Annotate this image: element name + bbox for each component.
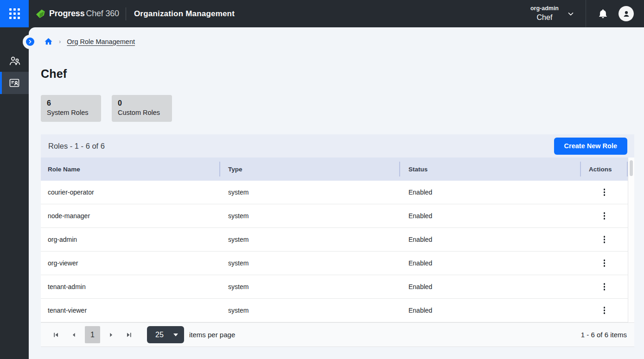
- brand-name-bold: Progress: [49, 9, 84, 19]
- app-title: Organization Management: [134, 9, 235, 19]
- pagination-range-label: 1 - 6 of 6 items: [581, 331, 627, 339]
- items-per-page-label: items per page: [189, 331, 235, 339]
- cell-type: system: [220, 181, 400, 204]
- bell-icon: [598, 8, 608, 19]
- row-actions-kebab-icon[interactable]: [600, 304, 609, 317]
- select-caret-icon: [173, 334, 178, 336]
- table-row: tenant-viewer system Enabled: [41, 299, 628, 322]
- cell-role-name: node-manager: [41, 204, 220, 227]
- header-divider: [126, 7, 126, 20]
- table-row: org-viewer system Enabled: [41, 252, 628, 275]
- users-icon: [8, 55, 21, 67]
- table-row: node-manager system Enabled: [41, 204, 628, 228]
- cell-status: Enabled: [400, 228, 581, 251]
- breadcrumb: › Org Role Management: [44, 37, 135, 46]
- chevron-right-icon: [28, 39, 32, 44]
- chevron-down-icon: [567, 10, 574, 18]
- previous-page-button[interactable]: [68, 329, 79, 340]
- next-page-button[interactable]: [106, 329, 117, 340]
- cell-type: system: [220, 228, 400, 251]
- stat-card-system-roles[interactable]: 6 System Roles: [41, 95, 101, 122]
- header-right-cluster: org-admin Chef: [530, 0, 644, 27]
- org-switcher-texts: org-admin Chef: [530, 5, 559, 22]
- person-icon: [622, 9, 631, 19]
- table-row: tenant-admin system Enabled: [41, 275, 628, 299]
- cell-type: system: [220, 204, 400, 227]
- stat-value: 0: [118, 98, 166, 108]
- cell-role-name: tenant-viewer: [41, 299, 220, 322]
- home-icon: [44, 37, 53, 46]
- cell-status: Enabled: [400, 275, 581, 298]
- row-actions-kebab-icon[interactable]: [600, 209, 609, 222]
- sidebar-expand-button[interactable]: [26, 38, 34, 46]
- stat-label: System Roles: [47, 108, 95, 118]
- cell-status: Enabled: [400, 204, 581, 227]
- table-toolbar: Roles - 1 - 6 of 6 Create New Role: [41, 134, 634, 157]
- pagination-bar: 1 25 items per page 1 - 6 of 6 items: [41, 322, 634, 347]
- last-page-icon: [126, 332, 132, 338]
- roles-table-card: Roles - 1 - 6 of 6 Create New Role Role …: [41, 134, 634, 347]
- column-header-actions: Actions: [581, 157, 628, 181]
- stat-value: 6: [47, 98, 95, 108]
- first-page-icon: [53, 332, 59, 338]
- cell-status: Enabled: [400, 181, 581, 204]
- apps-grid-icon: [9, 8, 20, 19]
- column-header-status[interactable]: Status: [400, 157, 581, 181]
- row-actions-kebab-icon[interactable]: [600, 257, 609, 270]
- page-size-value: 25: [155, 331, 164, 339]
- sidebar: [0, 27, 29, 359]
- account-button[interactable]: [618, 6, 634, 21]
- table-row: org-admin system Enabled: [41, 228, 628, 252]
- stat-cards: 6 System Roles 0 Custom Roles: [41, 95, 172, 122]
- cell-type: system: [220, 299, 400, 322]
- next-page-icon: [108, 332, 115, 338]
- table-row: courier-operator system Enabled: [41, 181, 628, 204]
- table-grid: Role Name Type Status Actions courier-op…: [41, 157, 634, 322]
- apps-menu-button[interactable]: [0, 0, 29, 27]
- table-scrollbar-thumb[interactable]: [630, 160, 633, 176]
- column-header-role-name[interactable]: Role Name: [41, 157, 220, 181]
- row-actions-kebab-icon[interactable]: [600, 233, 609, 246]
- notifications-button[interactable]: [592, 0, 614, 27]
- column-header-type[interactable]: Type: [220, 157, 400, 181]
- last-page-button[interactable]: [123, 329, 134, 340]
- stat-label: Custom Roles: [118, 108, 166, 118]
- cell-role-name: org-viewer: [41, 252, 220, 275]
- table-title: Roles - 1 - 6 of 6: [48, 142, 105, 151]
- id-badge-icon: [8, 77, 20, 89]
- cell-status: Enabled: [400, 252, 581, 275]
- app-window: Progress Chef 360 Organization Managemen…: [0, 0, 644, 359]
- org-name-label: Chef: [537, 13, 553, 22]
- first-page-button[interactable]: [51, 329, 62, 340]
- cell-role-name: tenant-admin: [41, 275, 220, 298]
- table-header-row: Role Name Type Status Actions: [41, 157, 628, 181]
- sidebar-item-roles[interactable]: [0, 72, 29, 94]
- header-divider-2: [586, 0, 586, 27]
- breadcrumb-home-button[interactable]: [44, 37, 53, 46]
- page-size-select[interactable]: 25: [147, 326, 184, 343]
- breadcrumb-separator-icon: ›: [59, 38, 61, 45]
- progress-logo-icon: [35, 8, 46, 19]
- current-page-button[interactable]: 1: [85, 326, 100, 343]
- org-role-label: org-admin: [530, 5, 559, 12]
- sidebar-item-users[interactable]: [0, 50, 29, 72]
- cell-type: system: [220, 252, 400, 275]
- cell-role-name: org-admin: [41, 228, 220, 251]
- create-new-role-button[interactable]: Create New Role: [554, 138, 627, 155]
- cell-status: Enabled: [400, 299, 581, 322]
- cell-role-name: courier-operator: [41, 181, 220, 204]
- page-title: Chef: [41, 67, 67, 81]
- org-switcher[interactable]: org-admin Chef: [530, 5, 574, 22]
- row-actions-kebab-icon[interactable]: [600, 280, 609, 293]
- brand-name-regular: Chef 360: [86, 9, 119, 19]
- cell-type: system: [220, 275, 400, 298]
- previous-page-icon: [70, 332, 77, 338]
- brand-logo: Progress Chef 360: [35, 8, 119, 19]
- breadcrumb-link-org-role-management[interactable]: Org Role Management: [67, 38, 135, 45]
- top-header: Progress Chef 360 Organization Managemen…: [0, 0, 644, 27]
- row-actions-kebab-icon[interactable]: [600, 186, 609, 199]
- stat-card-custom-roles[interactable]: 0 Custom Roles: [112, 95, 172, 122]
- table-scrollbar-track[interactable]: [628, 157, 634, 322]
